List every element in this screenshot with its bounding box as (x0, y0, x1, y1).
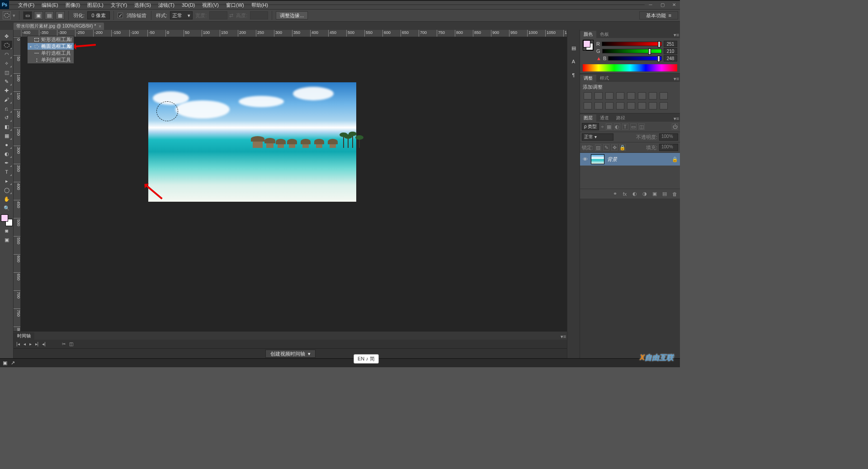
ruler-vertical[interactable]: 0501001502002503003504004505005506006507… (14, 37, 21, 359)
g-slider[interactable] (602, 49, 662, 53)
color-spectrum[interactable] (583, 64, 677, 71)
selection-subtract-button[interactable]: ▤ (45, 11, 54, 19)
b-input[interactable] (664, 55, 677, 62)
tab-layers[interactable]: 图层 (580, 114, 596, 122)
r-slider[interactable] (602, 42, 662, 46)
path-selection-tool[interactable]: ▸ (1, 176, 12, 185)
menu-file[interactable]: 文件(F) (14, 1, 38, 9)
foreground-color-swatch[interactable] (1, 214, 8, 222)
history-brush-tool[interactable]: ↺ (1, 113, 12, 122)
history-panel-icon[interactable]: ▤ (569, 43, 578, 52)
color-balance-adjustment-icon[interactable] (649, 92, 657, 99)
window-close-button[interactable]: ✕ (668, 1, 680, 8)
type-tool[interactable]: T (1, 167, 12, 176)
hue-adjustment-icon[interactable] (638, 92, 646, 99)
lock-pixels-icon[interactable]: ✎ (603, 144, 609, 151)
antialias-checkbox[interactable]: ✓ (118, 13, 123, 18)
filter-type-icon[interactable]: T (622, 123, 628, 130)
ruler-origin[interactable] (14, 30, 21, 37)
tab-adjustments[interactable]: 调整 (580, 75, 596, 82)
panel-menu-icon[interactable]: ▾≡ (560, 334, 567, 340)
create-video-timeline-button[interactable]: 创建视频时间轴▾ (265, 350, 316, 358)
panel-menu-icon[interactable]: ▾≡ (673, 116, 680, 122)
eraser-tool[interactable]: ◧ (1, 122, 12, 131)
color-lookup-adjustment-icon[interactable] (605, 102, 613, 109)
lock-all-icon[interactable]: 🔒 (619, 144, 626, 151)
taskbar-icon[interactable]: ▣ (3, 360, 7, 366)
menu-help[interactable]: 帮助(H) (248, 1, 272, 9)
selection-new-button[interactable]: ▭ (23, 11, 32, 19)
flyout-single-column-marquee[interactable]: 单列选框工具 (28, 57, 74, 63)
levels-adjustment-icon[interactable] (594, 92, 603, 99)
gradient-tool[interactable]: ▦ (1, 131, 12, 140)
panel-menu-icon[interactable]: ▾≡ (673, 32, 680, 38)
delete-layer-icon[interactable]: 🗑 (671, 190, 678, 198)
g-input[interactable] (664, 48, 677, 54)
layer-row-background[interactable]: 👁 背景 🔒 (580, 153, 680, 166)
lock-position-icon[interactable]: ✥ (611, 144, 618, 151)
magic-wand-tool[interactable]: ✧ (1, 59, 12, 68)
brush-tool[interactable]: 🖌 (1, 95, 12, 104)
r-input[interactable] (664, 41, 677, 47)
paragraph-panel-icon[interactable]: ¶ (569, 71, 578, 80)
fill-input[interactable]: 100% (659, 144, 678, 151)
filter-smart-icon[interactable]: ◫ (638, 123, 645, 130)
pen-tool[interactable]: ✒ (1, 158, 12, 167)
menu-type[interactable]: 文字(Y) (107, 1, 131, 9)
layer-filter-kind[interactable]: ρ 类型 (582, 123, 599, 130)
timeline-split-icon[interactable]: ✂ (62, 341, 66, 346)
layer-mask-icon[interactable]: ◐ (631, 190, 638, 198)
curves-adjustment-icon[interactable] (605, 92, 613, 99)
layer-fx-icon[interactable]: fx (621, 190, 628, 198)
filter-pixel-icon[interactable]: ▦ (606, 123, 612, 130)
menu-edit[interactable]: 编辑(E) (38, 1, 62, 9)
tab-paths[interactable]: 路径 (613, 114, 629, 122)
dodge-tool[interactable]: ◐ (1, 149, 12, 158)
gradient-map-adjustment-icon[interactable] (649, 102, 657, 109)
link-layers-icon[interactable]: ⚭ (611, 190, 618, 198)
menu-window[interactable]: 窗口(W) (222, 1, 248, 9)
style-select[interactable]: 正常▾ (170, 11, 193, 19)
vibrance-adjustment-icon[interactable] (627, 92, 635, 99)
tool-preset-icon[interactable] (3, 11, 11, 19)
workspace-switcher[interactable]: 基本功能 ≡ (639, 11, 678, 19)
opacity-input[interactable]: 100% (659, 133, 678, 141)
invert-adjustment-icon[interactable] (616, 102, 624, 109)
timeline-play-icon[interactable]: ▸ (29, 341, 32, 346)
character-panel-icon[interactable]: A (569, 57, 578, 66)
layer-thumbnail[interactable] (591, 154, 604, 164)
filter-shape-icon[interactable]: ▭ (630, 123, 637, 130)
b-slider[interactable] (608, 56, 662, 61)
crop-tool[interactable]: ◫ (1, 68, 12, 77)
move-tool[interactable]: ✥ (1, 32, 12, 41)
eyedropper-tool[interactable]: ✎ (1, 77, 12, 86)
tab-swatches[interactable]: 色板 (596, 31, 613, 38)
flyout-rectangular-marquee[interactable]: 矩形选框工具M (28, 36, 74, 43)
filter-adjust-icon[interactable]: ◐ (614, 123, 620, 130)
tab-styles[interactable]: 样式 (596, 75, 613, 82)
bw-adjustment-icon[interactable] (660, 92, 668, 99)
menu-select[interactable]: 选择(S) (131, 1, 155, 9)
ime-indicator[interactable]: EN ♪ 简 (354, 354, 379, 364)
posterize-adjustment-icon[interactable] (627, 102, 635, 109)
healing-brush-tool[interactable]: ✚ (1, 86, 12, 95)
photo-filter-adjustment-icon[interactable] (584, 102, 592, 109)
new-layer-icon[interactable]: ▤ (661, 190, 668, 198)
selective-color-adjustment-icon[interactable] (660, 102, 668, 109)
menu-layer[interactable]: 图层(L) (84, 1, 107, 9)
menu-3d[interactable]: 3D(D) (178, 1, 198, 9)
tab-timeline[interactable]: 时间轴 (14, 332, 34, 340)
brightness-adjustment-icon[interactable] (584, 92, 592, 99)
tab-color[interactable]: 颜色 (580, 31, 596, 38)
elliptical-marquee-selection[interactable] (156, 101, 178, 121)
timeline-first-frame-icon[interactable]: |◂ (16, 341, 20, 346)
blend-mode-select[interactable]: 正常 ▾ (582, 133, 613, 141)
window-minimize-button[interactable]: ─ (645, 1, 656, 8)
selection-add-button[interactable]: ▣ (34, 11, 43, 19)
document-tab[interactable]: 带水印图片素材.jpg @ 100%(RGB/8#) * × (14, 23, 104, 30)
marquee-tool[interactable] (1, 41, 12, 50)
menu-filter[interactable]: 滤镜(T) (155, 1, 178, 9)
selection-intersect-button[interactable]: ▦ (56, 11, 65, 19)
timeline-transition-icon[interactable]: ◫ (69, 341, 73, 346)
document-tab-close-icon[interactable]: × (99, 24, 101, 29)
